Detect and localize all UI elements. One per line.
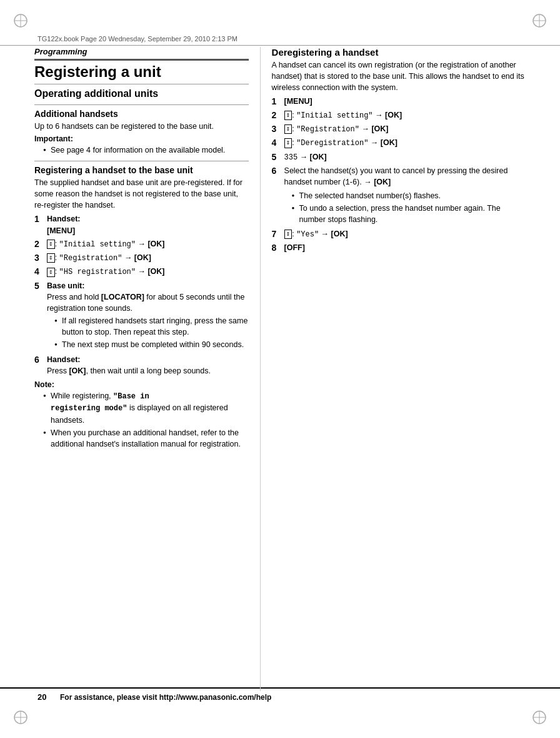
step-5-bullet-1: If all registered handsets start ringing… xyxy=(54,315,249,338)
nav-sym-4: ⇕ xyxy=(47,268,55,277)
step-1: 1 Handset:[MENU] xyxy=(34,213,249,236)
step-content-1: Handset:[MENU] xyxy=(47,213,249,236)
step-content-4: ⇕: "HS registration" → [OK] xyxy=(47,266,249,278)
dereg-step-num-3: 3 xyxy=(272,123,282,134)
step-num-2: 2 xyxy=(34,238,44,250)
header-text: TG122x.book Page 20 Wednesday, September… xyxy=(38,35,238,43)
register-steps: 1 Handset:[MENU] 2 ⇕: "Initial setting" … xyxy=(34,213,249,376)
important-bullets: See page 4 for information on the availa… xyxy=(34,144,249,156)
dereg-step-6-bullet-2: To undo a selection, press the handset n… xyxy=(292,203,526,225)
step-6: 6 Handset:Press [OK], then wait until a … xyxy=(34,354,249,377)
step-content-2: ⇕: "Initial setting" → [OK] xyxy=(47,238,249,250)
dereg-step-num-2: 2 xyxy=(272,109,282,121)
dereg-nav-sym-2: ⇕ xyxy=(284,111,292,120)
step-5-bullets: If all registered handsets start ringing… xyxy=(47,315,249,350)
additional-handsets-heading: Additional handsets xyxy=(34,109,249,119)
step-content-3: ⇕: "Registration" → [OK] xyxy=(47,252,249,264)
step-5: 5 Base unit: Press and hold [LOCATOR] fo… xyxy=(34,280,249,352)
main-content: Programming Registering a unit Operating… xyxy=(34,47,526,691)
note-label: Note: xyxy=(34,380,249,389)
dereg-step-6: 6 Select the handset(s) you want to canc… xyxy=(272,165,526,226)
dereg-nav-sym-3: ⇕ xyxy=(284,124,292,134)
dereg-step-content-8: [OFF] xyxy=(284,242,526,253)
note-bullets: While registering, "Base inregistering m… xyxy=(34,390,249,450)
step-num-1: 1 xyxy=(34,213,44,225)
main-heading: Registering a unit xyxy=(34,63,249,81)
dereg-nav-sym-4: ⇕ xyxy=(284,138,292,148)
dereg-step-6-bullet-1: The selected handset number(s) flashes. xyxy=(292,190,526,201)
footer-text: For assistance, please visit http://www.… xyxy=(60,693,271,702)
important-bullet-1: See page 4 for information on the availa… xyxy=(43,144,249,156)
dereg-step-num-4: 4 xyxy=(272,137,282,148)
dereg-step-num-5: 5 xyxy=(272,151,282,163)
footer-page: 20 xyxy=(38,692,55,702)
step-5-bullet-2: The next step must be completed within 9… xyxy=(54,339,249,350)
dereg-step-content-7: ⇕: "Yes" → [OK] xyxy=(284,228,526,240)
step-content-6: Handset:Press [OK], then wait until a lo… xyxy=(47,354,249,377)
step-num-5: 5 xyxy=(34,280,44,291)
dereg-step-content-6: Select the handset(s) you want to cancel… xyxy=(284,165,526,226)
step-2: 2 ⇕: "Initial setting" → [OK] xyxy=(34,238,249,250)
dereg-step-num-1: 1 xyxy=(272,96,282,107)
note-bullet-1: While registering, "Base inregistering m… xyxy=(43,390,249,426)
dereg-step-2: 2 ⇕: "Initial setting" → [OK] xyxy=(272,109,526,121)
dereg-step-8: 8 [OFF] xyxy=(272,242,526,253)
corner-mark-br xyxy=(530,708,549,727)
thick-divider xyxy=(34,59,249,61)
step-content-5: Base unit: Press and hold [LOCATOR] for … xyxy=(47,280,249,352)
note-bullet-2: When you purchase an additional handset,… xyxy=(43,427,249,450)
section-divider-1 xyxy=(34,104,249,105)
step-num-4: 4 xyxy=(34,266,44,277)
dereg-step-num-8: 8 xyxy=(272,242,282,253)
step-3: 3 ⇕: "Registration" → [OK] xyxy=(34,252,249,264)
register-handset-heading: Registering a handset to the base unit xyxy=(34,165,249,175)
dereg-step-num-6: 6 xyxy=(272,165,282,176)
dereg-step-content-4: ⇕: "Deregistration" → [OK] xyxy=(284,137,526,149)
dereg-step-content-5: 335 → [OK] xyxy=(284,151,526,163)
deregister-heading: Deregistering a handset xyxy=(272,47,526,58)
dereg-step-4: 4 ⇕: "Deregistration" → [OK] xyxy=(272,137,526,149)
sub-heading-operating: Operating additional units xyxy=(34,88,249,99)
dereg-step-content-3: ⇕: "Registration" → [OK] xyxy=(284,123,526,135)
additional-handsets-body: Up to 6 handsets can be registered to th… xyxy=(34,121,249,132)
dereg-step-1: 1 [MENU] xyxy=(272,96,526,107)
header-bar: TG122x.book Page 20 Wednesday, September… xyxy=(0,33,560,46)
right-column: Deregistering a handset A handset can ca… xyxy=(261,47,526,691)
dereg-step-7: 7 ⇕: "Yes" → [OK] xyxy=(272,228,526,240)
corner-mark-tr xyxy=(530,11,549,30)
thin-divider-1 xyxy=(34,84,249,84)
corner-mark-tl xyxy=(11,11,30,30)
register-handset-body: The supplied handset and base unit are p… xyxy=(34,177,249,211)
step-4: 4 ⇕: "HS registration" → [OK] xyxy=(34,266,249,278)
step-num-6: 6 xyxy=(34,354,44,365)
dereg-nav-sym-7: ⇕ xyxy=(284,230,292,239)
section-title: Programming xyxy=(34,47,249,56)
left-column: Programming Registering a unit Operating… xyxy=(34,47,261,691)
dereg-step-content-2: ⇕: "Initial setting" → [OK] xyxy=(284,109,526,121)
section-divider-2 xyxy=(34,161,249,161)
dereg-step-num-7: 7 xyxy=(272,228,282,240)
dereg-step-content-1: [MENU] xyxy=(284,96,526,107)
dereg-step-5: 5 335 → [OK] xyxy=(272,151,526,163)
dereg-step-6-bullets: The selected handset number(s) flashes. … xyxy=(284,190,526,225)
deregister-body: A handset can cancel its own registratio… xyxy=(272,59,526,93)
dereg-step-3: 3 ⇕: "Registration" → [OK] xyxy=(272,123,526,135)
step-num-3: 3 xyxy=(34,252,44,263)
nav-sym-3: ⇕ xyxy=(47,253,55,263)
nav-sym-2: ⇕ xyxy=(47,240,55,249)
important-label: Important: xyxy=(34,134,249,143)
corner-mark-bl xyxy=(11,708,30,727)
deregister-steps: 1 [MENU] 2 ⇕: "Initial setting" → [OK] 3… xyxy=(272,96,526,253)
